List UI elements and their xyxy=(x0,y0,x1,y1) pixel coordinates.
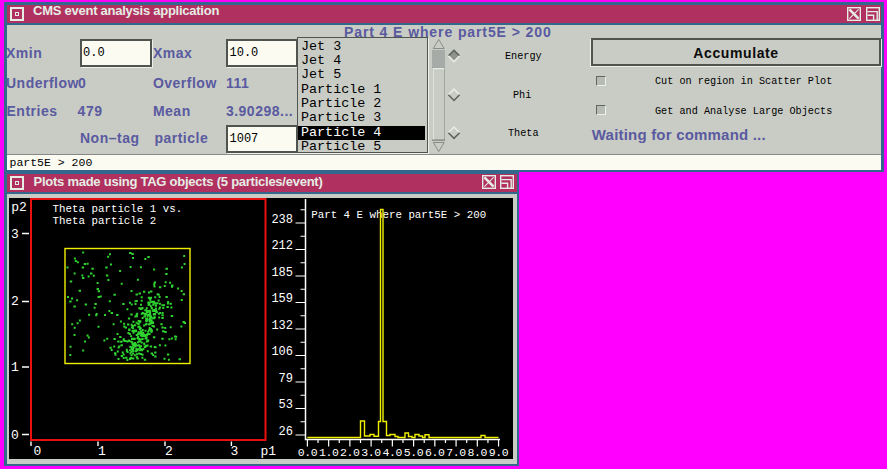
svg-text:2: 2 xyxy=(11,294,19,309)
svg-text:212: 212 xyxy=(271,239,293,253)
svg-text:159: 159 xyxy=(271,292,293,306)
svg-text:Theta particle 2: Theta particle 2 xyxy=(53,215,157,227)
svg-text:0: 0 xyxy=(11,428,19,443)
svg-text:2.0: 2.0 xyxy=(340,446,360,459)
svg-text:0: 0 xyxy=(34,444,42,459)
svg-text:53: 53 xyxy=(279,398,293,412)
svg-text:132: 132 xyxy=(271,319,293,333)
svg-text:238: 238 xyxy=(271,213,293,227)
svg-text:3: 3 xyxy=(11,227,19,242)
svg-text:p1: p1 xyxy=(260,444,276,459)
svg-text:2: 2 xyxy=(165,444,173,459)
svg-text:185: 185 xyxy=(271,266,293,280)
svg-text:p2: p2 xyxy=(11,200,27,215)
svg-text:106: 106 xyxy=(271,345,293,359)
svg-text:Theta particle 1 vs.: Theta particle 1 vs. xyxy=(53,203,183,215)
svg-text:1: 1 xyxy=(98,444,106,459)
svg-text:6.0: 6.0 xyxy=(425,446,445,459)
svg-text:1: 1 xyxy=(11,360,19,375)
svg-text:Part 4 E where part5E > 200: Part 4 E where part5E > 200 xyxy=(311,209,486,221)
svg-text:4.0: 4.0 xyxy=(383,446,403,459)
svg-text:8.0: 8.0 xyxy=(468,446,488,459)
svg-text:26: 26 xyxy=(279,425,293,439)
svg-text:3: 3 xyxy=(230,444,238,459)
svg-text:3.0: 3.0 xyxy=(361,446,381,459)
svg-text:0.0: 0.0 xyxy=(298,446,318,459)
svg-text:5.0: 5.0 xyxy=(404,446,424,459)
svg-text:7.0: 7.0 xyxy=(446,446,466,459)
svg-text:79: 79 xyxy=(279,372,293,386)
svg-text:9.0: 9.0 xyxy=(489,446,509,459)
svg-text:1.0: 1.0 xyxy=(319,446,339,459)
